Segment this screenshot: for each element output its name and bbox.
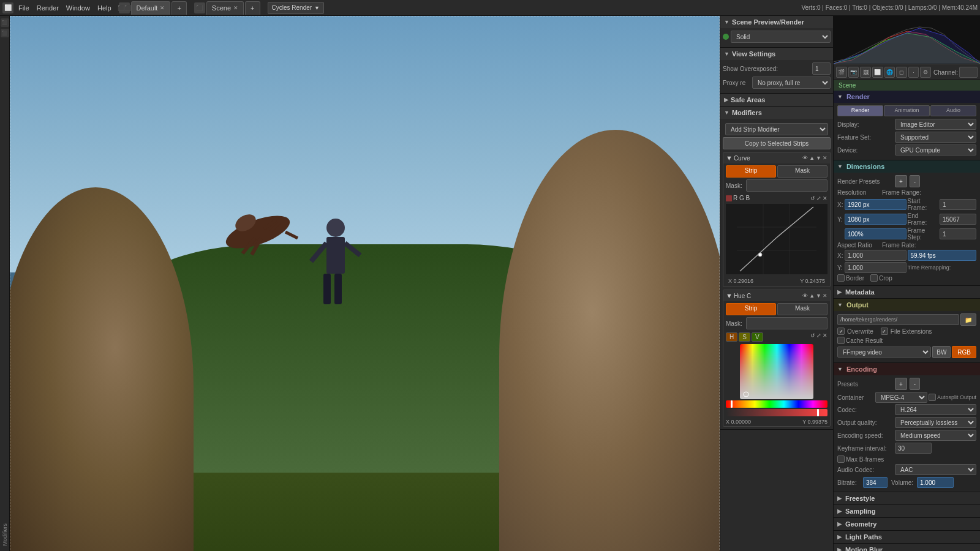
- motion-blur-header[interactable]: ▶ Motion Blur: [834, 544, 980, 551]
- hue-mask-tab[interactable]: Mask: [777, 303, 827, 315]
- output-path-browse-btn[interactable]: 📁: [960, 313, 976, 326]
- image-icon-btn[interactable]: 🖼: [860, 67, 871, 78]
- overexposed-input[interactable]: [812, 62, 831, 75]
- render-presets-add-btn[interactable]: +: [895, 175, 907, 187]
- device-dropdown[interactable]: GPU Compute: [895, 144, 976, 156]
- hue-slider[interactable]: [726, 400, 827, 408]
- light-paths-header[interactable]: ▶ Light Paths: [834, 531, 980, 543]
- codec-dropdown[interactable]: H.264: [895, 404, 976, 415]
- file-menu[interactable]: File: [16, 2, 32, 13]
- copy-to-strips-btn[interactable]: Copy to Selected Strips: [723, 137, 831, 149]
- res-percent-input[interactable]: [845, 228, 907, 239]
- start-frame-input[interactable]: [940, 199, 976, 210]
- feature-set-dropdown[interactable]: Supported: [895, 132, 976, 143]
- bw-btn[interactable]: BW: [932, 346, 951, 358]
- volume-input[interactable]: [917, 477, 954, 488]
- proxy-dropdown[interactable]: No proxy, full re: [752, 77, 831, 89]
- freestyle-header[interactable]: ▶ Freestyle: [834, 492, 980, 504]
- tab-default[interactable]: Default ✕: [131, 1, 171, 15]
- hue-reset-icon[interactable]: ↺: [810, 332, 815, 342]
- render-icon-btn[interactable]: 🎬: [836, 67, 847, 78]
- res-y-input[interactable]: [845, 214, 907, 225]
- dimensions-header[interactable]: ▼ Dimensions: [834, 160, 980, 173]
- curve-expand-icon[interactable]: ⤢: [816, 195, 821, 201]
- file-ext-checkbox[interactable]: [881, 328, 888, 335]
- hue-down-icon[interactable]: ▼: [816, 293, 821, 299]
- geometry-header[interactable]: ▶ Geometry: [834, 518, 980, 530]
- audio-codec-dropdown[interactable]: AAC: [895, 464, 976, 475]
- world-icon-btn[interactable]: 🌐: [884, 67, 895, 78]
- hue-expand-icon[interactable]: ⤢: [816, 332, 821, 342]
- render-presets-del-btn[interactable]: -: [910, 175, 920, 187]
- presets-del-btn[interactable]: -: [910, 378, 920, 390]
- curve-eye-icon[interactable]: 👁: [802, 155, 808, 161]
- container-dropdown[interactable]: MPEG-4: [875, 392, 927, 403]
- display-prop-dropdown[interactable]: Image Editor: [895, 119, 976, 130]
- bitrate-input[interactable]: [863, 477, 888, 488]
- render-header[interactable]: ▼ Render: [834, 91, 980, 103]
- engine-selector[interactable]: Cycles Render: [272, 4, 312, 11]
- output-path-input[interactable]: [837, 314, 959, 325]
- autosplit-checkbox[interactable]: [929, 394, 936, 401]
- output-header[interactable]: ▼ Output: [834, 299, 980, 311]
- scene-preview-header[interactable]: ▼ Scene Preview/Render: [720, 16, 833, 28]
- hsv-v-btn[interactable]: V: [752, 332, 763, 342]
- border-checkbox[interactable]: [837, 274, 845, 282]
- hue-mask-input[interactable]: [746, 317, 827, 329]
- display-mode-dropdown[interactable]: Solid: [731, 31, 831, 43]
- render-tab-audio[interactable]: Audio: [930, 105, 976, 116]
- curve-strip-tab[interactable]: Strip: [726, 165, 776, 178]
- tab-scene[interactable]: Scene ✕: [206, 1, 244, 15]
- curve-mask-input[interactable]: [746, 179, 827, 192]
- hue-up-icon[interactable]: ▲: [809, 293, 815, 299]
- sidebar-btn-2[interactable]: ⬛: [1, 29, 9, 37]
- curve-x2-icon[interactable]: ✕: [823, 195, 827, 201]
- frame-step-input[interactable]: [940, 228, 976, 239]
- tab-scene-add[interactable]: +: [245, 1, 260, 15]
- curve-reset-icon[interactable]: ↺: [810, 195, 815, 201]
- sampling-header[interactable]: ▶ Sampling: [834, 505, 980, 517]
- hsv-s-btn[interactable]: S: [739, 332, 750, 342]
- max-b-checkbox[interactable]: [837, 455, 845, 463]
- frame-rate-input[interactable]: [908, 250, 977, 261]
- window-menu[interactable]: Window: [64, 2, 92, 13]
- encoding-speed-dropdown[interactable]: Medium speed: [895, 430, 976, 441]
- cache-checkbox[interactable]: [837, 337, 845, 344]
- tab-default-close[interactable]: ✕: [160, 5, 165, 11]
- aspect-y-input[interactable]: [845, 262, 907, 273]
- scene-selector[interactable]: Scene: [834, 80, 980, 91]
- hue-curve-arrow[interactable]: ▼: [726, 292, 733, 299]
- particles-icon-btn[interactable]: ·: [908, 67, 919, 78]
- format-dropdown[interactable]: FFmpeg video: [837, 347, 931, 358]
- tab-scene-close[interactable]: ✕: [233, 5, 238, 11]
- curve-close-icon[interactable]: ✕: [823, 155, 827, 161]
- rgb-btn[interactable]: RGB: [952, 346, 976, 358]
- curve-mask-tab[interactable]: Mask: [777, 165, 827, 178]
- render-menu[interactable]: Render: [34, 2, 61, 13]
- alpha-slider[interactable]: [726, 409, 827, 416]
- curve-down-icon[interactable]: ▼: [816, 155, 821, 161]
- object-icon-btn[interactable]: ◻: [896, 67, 907, 78]
- render-tab-animation[interactable]: Animation: [884, 105, 930, 116]
- modifiers-header[interactable]: ▼ Modifiers: [720, 107, 833, 119]
- hue-strip-tab[interactable]: Strip: [726, 303, 776, 315]
- metadata-header[interactable]: ▶ Metadata: [834, 286, 980, 298]
- crop-checkbox[interactable]: [870, 274, 878, 282]
- physics-icon-btn[interactable]: ⚙: [920, 67, 931, 78]
- keyframe-input[interactable]: [895, 443, 932, 454]
- hue-close-icon[interactable]: ✕: [823, 293, 827, 299]
- output-quality-dropdown[interactable]: Perceptually lossless: [895, 417, 976, 428]
- res-x-input[interactable]: [845, 199, 907, 210]
- hue-x2-icon[interactable]: ✕: [823, 332, 827, 342]
- sidebar-btn-1[interactable]: ⬛: [1, 18, 9, 27]
- overwrite-checkbox[interactable]: [837, 328, 845, 335]
- curve-up-icon[interactable]: ▲: [809, 155, 815, 161]
- hsv-h-btn[interactable]: H: [726, 332, 737, 342]
- safe-areas-header[interactable]: ▶ Safe Areas: [720, 94, 833, 106]
- render-tab-render[interactable]: Render: [837, 105, 883, 116]
- end-frame-input[interactable]: [940, 214, 976, 225]
- channel-input[interactable]: [959, 67, 978, 78]
- view-settings-header[interactable]: ▼ View Settings: [720, 48, 833, 60]
- tab-add[interactable]: +: [172, 1, 186, 15]
- add-modifier-dropdown[interactable]: Add Strip Modifier: [725, 123, 828, 135]
